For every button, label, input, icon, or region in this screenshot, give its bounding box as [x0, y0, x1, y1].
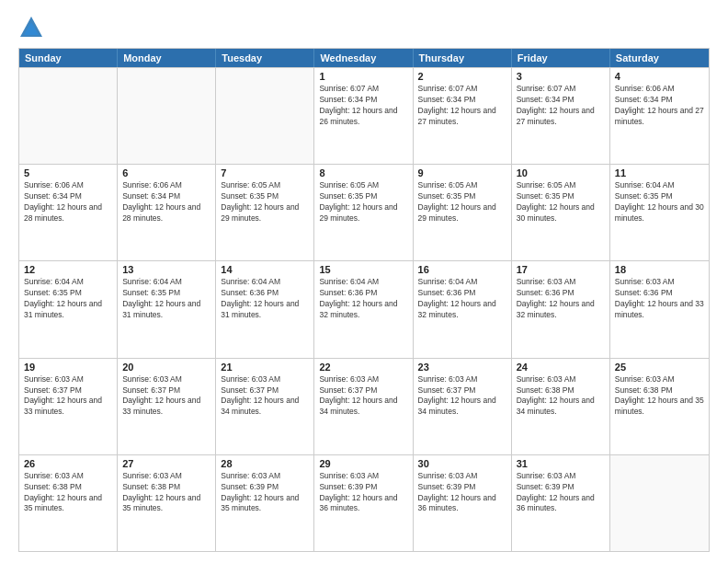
day-number: 21: [221, 362, 309, 373]
logo-icon: [18, 15, 44, 40]
day-cell-7: 7Sunrise: 6:05 AM Sunset: 6:35 PM Daylig…: [216, 165, 314, 260]
day-cell-30: 30Sunrise: 6:03 AM Sunset: 6:39 PM Dayli…: [414, 455, 512, 551]
header: [18, 15, 710, 40]
day-number: 5: [24, 167, 112, 178]
day-cell-12: 12Sunrise: 6:04 AM Sunset: 6:35 PM Dayli…: [19, 261, 118, 357]
day-info: Sunrise: 6:06 AM Sunset: 6:34 PM Dayligh…: [615, 84, 704, 128]
calendar-body: 1Sunrise: 6:07 AM Sunset: 6:34 PM Daylig…: [19, 67, 709, 551]
day-info: Sunrise: 6:05 AM Sunset: 6:35 PM Dayligh…: [418, 180, 506, 224]
day-info: Sunrise: 6:03 AM Sunset: 6:37 PM Dayligh…: [24, 374, 112, 419]
day-number: 24: [517, 362, 605, 373]
day-cell-29: 29Sunrise: 6:03 AM Sunset: 6:39 PM Dayli…: [314, 455, 413, 551]
day-number: 3: [517, 71, 605, 82]
day-number: 11: [615, 167, 704, 178]
day-info: Sunrise: 6:07 AM Sunset: 6:34 PM Dayligh…: [517, 84, 605, 128]
header-cell-monday: Monday: [118, 49, 216, 67]
day-cell-4: 4Sunrise: 6:06 AM Sunset: 6:34 PM Daylig…: [610, 68, 709, 164]
day-number: 27: [122, 458, 210, 469]
day-cell-18: 18Sunrise: 6:03 AM Sunset: 6:36 PM Dayli…: [610, 261, 709, 357]
day-number: 6: [122, 167, 210, 178]
day-cell-19: 19Sunrise: 6:03 AM Sunset: 6:37 PM Dayli…: [19, 359, 118, 454]
day-number: 8: [319, 167, 407, 178]
day-info: Sunrise: 6:03 AM Sunset: 6:38 PM Dayligh…: [615, 374, 704, 419]
day-info: Sunrise: 6:04 AM Sunset: 6:36 PM Dayligh…: [418, 277, 506, 321]
day-cell-23: 23Sunrise: 6:03 AM Sunset: 6:37 PM Dayli…: [414, 359, 512, 454]
day-info: Sunrise: 6:03 AM Sunset: 6:39 PM Dayligh…: [517, 471, 605, 515]
day-number: 19: [24, 362, 112, 373]
day-info: Sunrise: 6:03 AM Sunset: 6:38 PM Dayligh…: [122, 471, 210, 515]
day-cell-8: 8Sunrise: 6:05 AM Sunset: 6:35 PM Daylig…: [314, 165, 413, 260]
day-number: 28: [221, 458, 309, 469]
day-info: Sunrise: 6:04 AM Sunset: 6:36 PM Dayligh…: [319, 277, 407, 321]
day-info: Sunrise: 6:03 AM Sunset: 6:37 PM Dayligh…: [418, 374, 506, 419]
day-number: 1: [319, 71, 407, 82]
day-info: Sunrise: 6:03 AM Sunset: 6:36 PM Dayligh…: [615, 277, 704, 321]
day-cell-31: 31Sunrise: 6:03 AM Sunset: 6:39 PM Dayli…: [512, 455, 610, 551]
day-info: Sunrise: 6:07 AM Sunset: 6:34 PM Dayligh…: [418, 84, 506, 128]
header-cell-saturday: Saturday: [610, 49, 709, 67]
week-row-3: 19Sunrise: 6:03 AM Sunset: 6:37 PM Dayli…: [19, 358, 709, 454]
day-cell-17: 17Sunrise: 6:03 AM Sunset: 6:36 PM Dayli…: [512, 261, 610, 357]
day-number: 12: [24, 264, 112, 275]
day-number: 26: [24, 458, 112, 469]
day-info: Sunrise: 6:03 AM Sunset: 6:39 PM Dayligh…: [418, 471, 506, 515]
day-info: Sunrise: 6:05 AM Sunset: 6:35 PM Dayligh…: [319, 180, 407, 224]
header-cell-wednesday: Wednesday: [314, 49, 413, 67]
day-info: Sunrise: 6:06 AM Sunset: 6:34 PM Dayligh…: [122, 180, 210, 224]
empty-cell: [118, 68, 216, 164]
day-cell-15: 15Sunrise: 6:04 AM Sunset: 6:36 PM Dayli…: [314, 261, 413, 357]
day-number: 9: [418, 167, 506, 178]
day-number: 20: [122, 362, 210, 373]
page: SundayMondayTuesdayWednesdayThursdayFrid…: [0, 0, 728, 563]
day-info: Sunrise: 6:07 AM Sunset: 6:34 PM Dayligh…: [319, 84, 407, 128]
day-number: 23: [418, 362, 506, 373]
week-row-4: 26Sunrise: 6:03 AM Sunset: 6:38 PM Dayli…: [19, 454, 709, 551]
day-info: Sunrise: 6:03 AM Sunset: 6:37 PM Dayligh…: [221, 374, 309, 419]
day-cell-3: 3Sunrise: 6:07 AM Sunset: 6:34 PM Daylig…: [512, 68, 610, 164]
empty-cell: [19, 68, 118, 164]
day-cell-25: 25Sunrise: 6:03 AM Sunset: 6:38 PM Dayli…: [610, 359, 709, 454]
header-cell-thursday: Thursday: [414, 49, 512, 67]
day-info: Sunrise: 6:04 AM Sunset: 6:35 PM Dayligh…: [615, 180, 704, 224]
day-info: Sunrise: 6:05 AM Sunset: 6:35 PM Dayligh…: [517, 180, 605, 224]
day-cell-24: 24Sunrise: 6:03 AM Sunset: 6:38 PM Dayli…: [512, 359, 610, 454]
day-info: Sunrise: 6:04 AM Sunset: 6:35 PM Dayligh…: [24, 277, 112, 321]
day-cell-6: 6Sunrise: 6:06 AM Sunset: 6:34 PM Daylig…: [118, 165, 216, 260]
calendar-header: SundayMondayTuesdayWednesdayThursdayFrid…: [19, 49, 709, 67]
header-cell-friday: Friday: [512, 49, 610, 67]
day-number: 17: [517, 264, 605, 275]
empty-cell: [610, 455, 709, 551]
day-number: 13: [122, 264, 210, 275]
day-info: Sunrise: 6:06 AM Sunset: 6:34 PM Dayligh…: [24, 180, 112, 224]
day-number: 22: [319, 362, 407, 373]
day-cell-28: 28Sunrise: 6:03 AM Sunset: 6:39 PM Dayli…: [216, 455, 314, 551]
day-number: 4: [615, 71, 704, 82]
day-number: 15: [319, 264, 407, 275]
day-info: Sunrise: 6:03 AM Sunset: 6:38 PM Dayligh…: [24, 471, 112, 515]
header-cell-tuesday: Tuesday: [216, 49, 314, 67]
day-cell-27: 27Sunrise: 6:03 AM Sunset: 6:38 PM Dayli…: [118, 455, 216, 551]
day-number: 2: [418, 71, 506, 82]
week-row-2: 12Sunrise: 6:04 AM Sunset: 6:35 PM Dayli…: [19, 260, 709, 357]
day-info: Sunrise: 6:03 AM Sunset: 6:39 PM Dayligh…: [319, 471, 407, 515]
day-info: Sunrise: 6:03 AM Sunset: 6:36 PM Dayligh…: [517, 277, 605, 321]
day-number: 30: [418, 458, 506, 469]
day-cell-13: 13Sunrise: 6:04 AM Sunset: 6:35 PM Dayli…: [118, 261, 216, 357]
day-number: 25: [615, 362, 704, 373]
day-cell-11: 11Sunrise: 6:04 AM Sunset: 6:35 PM Dayli…: [610, 165, 709, 260]
week-row-1: 5Sunrise: 6:06 AM Sunset: 6:34 PM Daylig…: [19, 164, 709, 260]
day-info: Sunrise: 6:03 AM Sunset: 6:37 PM Dayligh…: [319, 374, 407, 419]
day-number: 10: [517, 167, 605, 178]
day-info: Sunrise: 6:03 AM Sunset: 6:37 PM Dayligh…: [122, 374, 210, 419]
day-info: Sunrise: 6:04 AM Sunset: 6:35 PM Dayligh…: [122, 277, 210, 321]
day-info: Sunrise: 6:04 AM Sunset: 6:36 PM Dayligh…: [221, 277, 309, 321]
day-number: 7: [221, 167, 309, 178]
day-cell-20: 20Sunrise: 6:03 AM Sunset: 6:37 PM Dayli…: [118, 359, 216, 454]
day-info: Sunrise: 6:05 AM Sunset: 6:35 PM Dayligh…: [221, 180, 309, 224]
day-cell-9: 9Sunrise: 6:05 AM Sunset: 6:35 PM Daylig…: [414, 165, 512, 260]
logo: [18, 15, 48, 40]
day-info: Sunrise: 6:03 AM Sunset: 6:38 PM Dayligh…: [517, 374, 605, 419]
day-number: 14: [221, 264, 309, 275]
header-cell-sunday: Sunday: [19, 49, 118, 67]
day-info: Sunrise: 6:03 AM Sunset: 6:39 PM Dayligh…: [221, 471, 309, 515]
